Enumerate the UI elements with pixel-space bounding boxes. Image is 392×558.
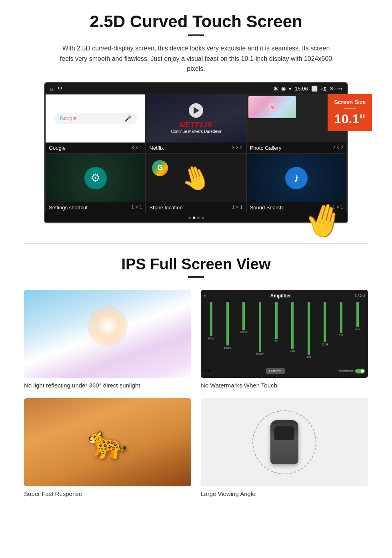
- badge-size: 10.1": [334, 112, 366, 126]
- car-circle: [252, 410, 316, 474]
- app-cell-google[interactable]: Google 🎤 Google 3 × 1: [45, 94, 146, 154]
- amp-bar-label: 1k: [275, 340, 278, 343]
- bluetooth-icon: ✱: [274, 86, 278, 92]
- amp-bar: [226, 302, 229, 345]
- amp-bar-item: 2.5k: [285, 302, 300, 364]
- feature-watermark: ⌂ Amplifier 17:33 60hz100hz200hz500hz1k2…: [201, 290, 368, 389]
- amp-header: ⌂ Amplifier 17:33: [204, 293, 365, 299]
- amp-bar-label: 15k: [339, 334, 343, 337]
- watermark-label: No Watermarks When Touch: [201, 382, 368, 389]
- settings-app-size: 1 × 1: [131, 205, 142, 210]
- netflix-thumbnail: NETFLIX Continue Marvel's Daredevil: [146, 94, 246, 143]
- amp-bar: [259, 302, 261, 352]
- amp-home-icon: ⌂: [204, 293, 206, 298]
- feature-cheetah: 🐆 Super Fast Response: [24, 398, 191, 497]
- app-cell-settings[interactable]: ⚙ Settings shortcut 1 × 1: [45, 154, 146, 213]
- badge-title: Screen Size: [334, 99, 366, 105]
- cheetah-icon: 🐆: [88, 424, 128, 461]
- amp-bar-item: 500hz: [253, 302, 268, 364]
- title-underline-1: [188, 34, 204, 36]
- amp-bar-label: 2.5k: [290, 349, 295, 352]
- hand-icon: 🤚: [177, 160, 215, 197]
- app-grid-row1: Google 🎤 Google 3 × 1: [45, 94, 347, 213]
- amp-bar-item: 60hz: [204, 302, 219, 364]
- netflix-logo: NETFLIX: [171, 121, 221, 129]
- wifi-icon: ▾: [289, 86, 292, 92]
- amp-bars: 60hz100hz200hz500hz1k2.5k10k12.5k15kSUB: [204, 300, 365, 366]
- camera-icon: ⬜: [311, 86, 318, 92]
- google-app-name: Google: [49, 145, 66, 151]
- amp-bar-label: 500hz: [256, 353, 264, 355]
- amp-bar-item: 1k: [269, 302, 284, 364]
- amp-title: Amplifier: [270, 293, 291, 299]
- status-right: ✱ ◉ ▾ 15:06 ⬜ ◁) ✕ ▭: [274, 86, 342, 92]
- google-label-row: Google 3 × 1: [46, 143, 145, 153]
- sound-thumbnail: ♪: [247, 154, 346, 202]
- car-label: Large Viewing Angle: [201, 490, 368, 497]
- volume-icon: ◁): [321, 86, 326, 92]
- app-cell-share[interactable]: G 🤚 Share location 1 × 1: [146, 154, 246, 213]
- sound-app-name: Sound Search: [250, 205, 283, 211]
- app-cell-netflix[interactable]: NETFLIX Continue Marvel's Daredevil Netf…: [146, 94, 246, 154]
- location-icon: ◉: [281, 86, 286, 92]
- section-ips: IPS Full Screen View No light reflecting…: [0, 256, 392, 509]
- google-app-size: 3 × 1: [131, 145, 142, 151]
- close-icon: ✕: [330, 86, 334, 92]
- amp-bar-item: 10k: [302, 302, 316, 364]
- netflix-app-size: 3 × 2: [232, 145, 243, 151]
- badge-line: [344, 108, 356, 108]
- amp-bar-label: 200hz: [240, 331, 248, 333]
- netflix-play-button[interactable]: [189, 103, 203, 118]
- cheetah-label: Super Fast Response: [24, 490, 191, 497]
- amp-prev-icon[interactable]: <<: [204, 367, 212, 375]
- section1-description: With 2.5D curved-display screen, this de…: [56, 43, 336, 74]
- google-search-bar[interactable]: Google 🎤: [54, 113, 136, 124]
- amp-bar: [324, 302, 326, 342]
- feature-grid: No light reflecting under 360° direct su…: [24, 290, 368, 497]
- settings-thumbnail: ⚙: [46, 154, 145, 202]
- dot-2: [193, 217, 195, 219]
- photo-app-name: Photo Gallery: [250, 145, 282, 151]
- maps-icon: G: [152, 160, 168, 176]
- home-icon[interactable]: ⌂: [50, 86, 53, 92]
- amp-bar-label: SUB: [354, 327, 360, 330]
- pagination: [45, 213, 347, 222]
- section-divider: [24, 243, 368, 244]
- status-bar: ⌂ Ψ ✱ ◉ ▾ 15:06 ⬜ ◁) ✕ ▭: [45, 83, 347, 94]
- amp-bar: [340, 302, 342, 333]
- loudness-toggle[interactable]: [355, 369, 365, 373]
- mic-icon[interactable]: 🎤: [124, 115, 131, 122]
- netflix-bg: [146, 94, 246, 143]
- car-image: [201, 398, 368, 486]
- netflix-app-name: Netflix: [149, 145, 164, 151]
- title-underline-2: [188, 276, 204, 278]
- settings-label-row: Settings shortcut 1 × 1: [46, 202, 145, 213]
- music-note-icon: ♪: [294, 171, 300, 185]
- status-left: ⌂ Ψ: [50, 86, 62, 92]
- amp-bar-label: 10k: [306, 355, 311, 358]
- sound-icon-circle: ♪: [285, 167, 308, 189]
- share-label-row: Share location 1 × 1: [146, 202, 246, 213]
- gear-icon: ⚙: [90, 171, 100, 185]
- car-body: [270, 420, 298, 464]
- share-thumbnail: G 🤚: [146, 154, 246, 202]
- sunlight-image: [24, 290, 191, 378]
- amp-bar-label: 100hz: [224, 346, 231, 349]
- sun-glow: [88, 306, 128, 346]
- amplifier-screen: ⌂ Amplifier 17:33 60hz100hz200hz500hz1k2…: [201, 290, 368, 378]
- clock: 15:06: [295, 86, 308, 92]
- amp-bar-item: 200hz: [236, 302, 251, 364]
- netflix-label-row: Netflix 3 × 2: [146, 143, 246, 153]
- section1-title: 2.5D Curved Touch Screen: [24, 12, 368, 31]
- amp-bar: [275, 302, 278, 339]
- feature-sunlight: No light reflecting under 360° direct su…: [24, 290, 191, 389]
- cheetah-image: 🐆: [24, 398, 191, 486]
- amp-custom-btn[interactable]: Custom: [266, 368, 285, 374]
- section-curved-screen: 2.5D Curved Touch Screen With 2.5D curve…: [0, 0, 392, 231]
- amp-bar: [356, 302, 359, 327]
- amp-bar-label: 12.5k: [322, 343, 328, 346]
- google-thumbnail: Google 🎤: [46, 94, 145, 143]
- amp-footer: << Custom loudness: [204, 367, 365, 375]
- dot-4: [202, 217, 204, 219]
- settings-icon-circle: ⚙: [84, 167, 107, 189]
